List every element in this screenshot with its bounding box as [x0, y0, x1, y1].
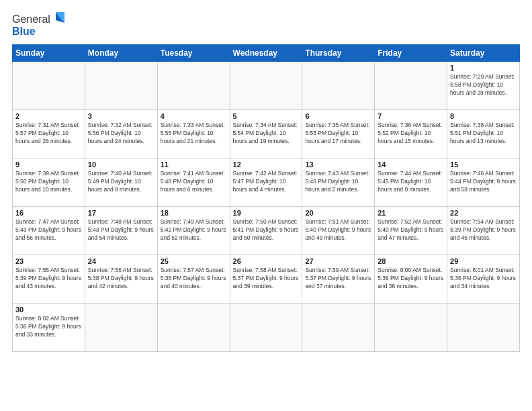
calendar-cell — [85, 62, 157, 110]
cell-day-number: 20 — [305, 209, 371, 217]
calendar-cell: 18Sunrise: 7:49 AM Sunset: 5:42 PM Dayli… — [157, 207, 230, 255]
cell-day-number: 17 — [88, 209, 154, 217]
calendar-cell — [302, 62, 375, 110]
cell-day-number: 28 — [378, 257, 444, 265]
cell-info-text: Sunrise: 7:51 AM Sunset: 5:40 PM Dayligh… — [305, 218, 371, 242]
cell-info-text: Sunrise: 8:00 AM Sunset: 5:36 PM Dayligh… — [378, 267, 444, 291]
calendar-cell — [157, 62, 230, 110]
cell-info-text: Sunrise: 7:41 AM Sunset: 5:48 PM Dayligh… — [161, 170, 227, 194]
cell-day-number: 21 — [378, 209, 444, 217]
cell-info-text: Sunrise: 7:57 AM Sunset: 5:38 PM Dayligh… — [161, 267, 227, 291]
calendar-cell: 16Sunrise: 7:47 AM Sunset: 5:43 PM Dayli… — [13, 207, 85, 255]
cell-info-text: Sunrise: 7:33 AM Sunset: 5:55 PM Dayligh… — [161, 122, 227, 146]
cell-day-number: 25 — [161, 257, 227, 265]
calendar-cell: 11Sunrise: 7:41 AM Sunset: 5:48 PM Dayli… — [157, 158, 230, 207]
calendar-cell: 24Sunrise: 7:56 AM Sunset: 5:38 PM Dayli… — [85, 255, 157, 304]
cell-info-text: Sunrise: 7:52 AM Sunset: 5:40 PM Dayligh… — [378, 218, 444, 242]
cell-info-text: Sunrise: 7:54 AM Sunset: 5:39 PM Dayligh… — [450, 218, 517, 242]
calendar-cell: 3Sunrise: 7:32 AM Sunset: 5:56 PM Daylig… — [85, 110, 157, 158]
calendar-cell — [375, 62, 447, 110]
cell-day-number: 1 — [450, 64, 517, 72]
header: GeneralBlue — [12, 11, 520, 38]
cell-info-text: Sunrise: 7:56 AM Sunset: 5:38 PM Dayligh… — [88, 267, 154, 291]
calendar-cell: 17Sunrise: 7:48 AM Sunset: 5:43 PM Dayli… — [85, 207, 157, 255]
calendar-cell: 1Sunrise: 7:29 AM Sunset: 5:58 PM Daylig… — [447, 62, 520, 110]
cell-info-text: Sunrise: 7:29 AM Sunset: 5:58 PM Dayligh… — [450, 73, 517, 97]
calendar-cell — [230, 62, 302, 110]
cell-day-number: 29 — [450, 257, 517, 265]
calendar-cell — [13, 62, 85, 110]
calendar-body: 1Sunrise: 7:29 AM Sunset: 5:58 PM Daylig… — [13, 62, 520, 352]
calendar-cell: 4Sunrise: 7:33 AM Sunset: 5:55 PM Daylig… — [157, 110, 230, 158]
cell-day-number: 10 — [88, 161, 154, 169]
calendar-cell: 9Sunrise: 7:39 AM Sunset: 5:50 PM Daylig… — [13, 158, 85, 207]
weekday-header-saturday: Saturday — [447, 45, 520, 62]
calendar-cell: 12Sunrise: 7:42 AM Sunset: 5:47 PM Dayli… — [230, 158, 302, 207]
calendar-cell: 8Sunrise: 7:38 AM Sunset: 5:51 PM Daylig… — [447, 110, 520, 158]
page: GeneralBlue SundayMondayTuesdayWednesday… — [0, 0, 532, 411]
cell-day-number: 11 — [161, 161, 227, 169]
cell-day-number: 18 — [161, 209, 227, 217]
calendar-cell: 30Sunrise: 8:02 AM Sunset: 5:36 PM Dayli… — [13, 304, 85, 352]
logo: GeneralBlue — [12, 11, 66, 38]
calendar-cell: 22Sunrise: 7:54 AM Sunset: 5:39 PM Dayli… — [447, 207, 520, 255]
calendar-cell: 23Sunrise: 7:55 AM Sunset: 5:39 PM Dayli… — [13, 255, 85, 304]
cell-info-text: Sunrise: 7:34 AM Sunset: 5:54 PM Dayligh… — [233, 122, 300, 146]
cell-info-text: Sunrise: 7:55 AM Sunset: 5:39 PM Dayligh… — [15, 267, 82, 291]
weekday-header-tuesday: Tuesday — [157, 45, 230, 62]
cell-day-number: 12 — [233, 161, 300, 169]
calendar-cell: 7Sunrise: 7:36 AM Sunset: 5:52 PM Daylig… — [375, 110, 447, 158]
calendar-cell — [157, 304, 230, 352]
cell-day-number: 14 — [378, 161, 444, 169]
cell-day-number: 19 — [233, 209, 300, 217]
weekday-header-friday: Friday — [375, 45, 447, 62]
cell-day-number: 9 — [15, 161, 82, 169]
cell-day-number: 3 — [88, 112, 154, 120]
calendar-cell: 15Sunrise: 7:46 AM Sunset: 5:44 PM Dayli… — [447, 158, 520, 207]
cell-info-text: Sunrise: 7:43 AM Sunset: 5:46 PM Dayligh… — [305, 170, 371, 194]
cell-info-text: Sunrise: 7:38 AM Sunset: 5:51 PM Dayligh… — [450, 122, 517, 146]
weekday-header-thursday: Thursday — [302, 45, 375, 62]
cell-day-number: 7 — [378, 112, 444, 120]
weekday-header-row: SundayMondayTuesdayWednesdayThursdayFrid… — [13, 45, 520, 62]
calendar-week-row: 23Sunrise: 7:55 AM Sunset: 5:39 PM Dayli… — [13, 255, 520, 304]
cell-day-number: 27 — [305, 257, 371, 265]
cell-info-text: Sunrise: 7:35 AM Sunset: 5:53 PM Dayligh… — [305, 122, 371, 146]
cell-day-number: 16 — [15, 209, 82, 217]
calendar-cell: 27Sunrise: 7:59 AM Sunset: 5:37 PM Dayli… — [302, 255, 375, 304]
calendar-cell: 21Sunrise: 7:52 AM Sunset: 5:40 PM Dayli… — [375, 207, 447, 255]
calendar-cell — [447, 304, 520, 352]
cell-info-text: Sunrise: 7:32 AM Sunset: 5:56 PM Dayligh… — [88, 122, 154, 146]
calendar-cell: 25Sunrise: 7:57 AM Sunset: 5:38 PM Dayli… — [157, 255, 230, 304]
cell-day-number: 24 — [88, 257, 154, 265]
calendar-week-row: 1Sunrise: 7:29 AM Sunset: 5:58 PM Daylig… — [13, 62, 520, 110]
weekday-header-sunday: Sunday — [13, 45, 85, 62]
weekday-header-wednesday: Wednesday — [230, 45, 302, 62]
calendar-cell — [85, 304, 157, 352]
cell-day-number: 15 — [450, 161, 517, 169]
cell-day-number: 4 — [161, 112, 227, 120]
calendar-cell: 10Sunrise: 7:40 AM Sunset: 5:49 PM Dayli… — [85, 158, 157, 207]
calendar-cell: 5Sunrise: 7:34 AM Sunset: 5:54 PM Daylig… — [230, 110, 302, 158]
cell-info-text: Sunrise: 7:50 AM Sunset: 5:41 PM Dayligh… — [233, 218, 300, 242]
cell-info-text: Sunrise: 7:36 AM Sunset: 5:52 PM Dayligh… — [378, 122, 444, 146]
cell-info-text: Sunrise: 7:42 AM Sunset: 5:47 PM Dayligh… — [233, 170, 300, 194]
cell-info-text: Sunrise: 7:40 AM Sunset: 5:49 PM Dayligh… — [88, 170, 154, 194]
cell-info-text: Sunrise: 7:58 AM Sunset: 5:37 PM Dayligh… — [233, 267, 300, 291]
cell-day-number: 22 — [450, 209, 517, 217]
calendar-week-row: 30Sunrise: 8:02 AM Sunset: 5:36 PM Dayli… — [13, 304, 520, 352]
calendar-cell — [375, 304, 447, 352]
calendar-table: SundayMondayTuesdayWednesdayThursdayFrid… — [12, 44, 520, 352]
calendar-cell: 2Sunrise: 7:31 AM Sunset: 5:57 PM Daylig… — [13, 110, 85, 158]
calendar-header: SundayMondayTuesdayWednesdayThursdayFrid… — [13, 45, 520, 62]
calendar-week-row: 2Sunrise: 7:31 AM Sunset: 5:57 PM Daylig… — [13, 110, 520, 158]
cell-day-number: 6 — [305, 112, 371, 120]
cell-day-number: 13 — [305, 161, 371, 169]
cell-info-text: Sunrise: 7:39 AM Sunset: 5:50 PM Dayligh… — [15, 170, 82, 194]
calendar-cell: 13Sunrise: 7:43 AM Sunset: 5:46 PM Dayli… — [302, 158, 375, 207]
cell-info-text: Sunrise: 7:44 AM Sunset: 5:45 PM Dayligh… — [378, 170, 444, 194]
weekday-header-monday: Monday — [85, 45, 157, 62]
calendar-week-row: 16Sunrise: 7:47 AM Sunset: 5:43 PM Dayli… — [13, 207, 520, 255]
cell-day-number: 5 — [233, 112, 300, 120]
cell-info-text: Sunrise: 7:49 AM Sunset: 5:42 PM Dayligh… — [161, 218, 227, 242]
